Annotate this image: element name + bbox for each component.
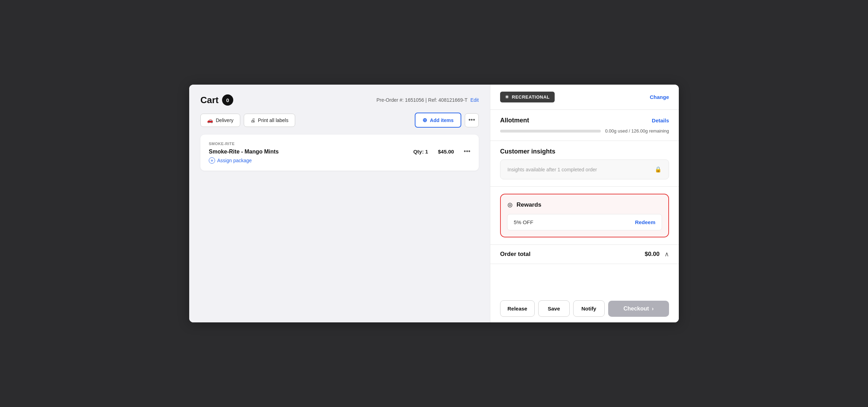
more-options-button[interactable]: •••: [465, 113, 479, 127]
rewards-title: Rewards: [517, 201, 541, 208]
rewards-section: ⊛ Rewards 5% OFF Redeem: [490, 187, 679, 245]
delivery-icon: 🚗: [207, 117, 213, 123]
insights-box: Insights available after 1 completed ord…: [500, 159, 669, 179]
right-header: ✳ RECREATIONAL Change: [490, 85, 679, 110]
ellipsis-icon: •••: [469, 116, 475, 124]
edit-link[interactable]: Edit: [470, 97, 479, 103]
rewards-card: ⊛ Rewards 5% OFF Redeem: [500, 194, 669, 237]
print-labels-label: Print all labels: [258, 117, 289, 123]
allotment-section: Allotment Details 0.00g used / 126.00g r…: [490, 110, 679, 141]
change-button[interactable]: Change: [650, 94, 669, 100]
recreational-label: RECREATIONAL: [512, 94, 550, 100]
item-main-row: Smoke-Rite - Mango Mints Qty: 1 $45.00 •…: [209, 148, 470, 155]
item-price: $45.00: [438, 149, 454, 155]
allotment-title: Allotment: [500, 117, 529, 124]
allotment-bar-container: 0.00g used / 126.00g remaining: [500, 128, 669, 134]
item-qty-price-group: Qty: 1 $45.00 •••: [413, 148, 470, 155]
toolbar: 🚗 Delivery 🖨 Print all labels ⊕ Add item…: [200, 113, 479, 128]
add-items-label: Add items: [430, 117, 454, 123]
notify-button[interactable]: Notify: [573, 300, 605, 317]
order-total-amount: $0.00: [645, 251, 660, 258]
chevron-right-icon: ›: [652, 306, 654, 312]
checkout-label: Checkout: [624, 306, 649, 312]
action-buttons: Release Save Notify Checkout ›: [490, 295, 679, 322]
item-more-button[interactable]: •••: [464, 148, 470, 155]
right-panel: ✳ RECREATIONAL Change Allotment Details …: [490, 85, 679, 322]
plus-circle-icon: ⊕: [422, 117, 427, 123]
plus-circle-assign-icon: +: [209, 157, 215, 164]
cart-header: Cart 0 Pre-Order #: 1651056 | Ref: 40812…: [200, 94, 479, 106]
item-brand: SMOKE-RITE: [209, 142, 470, 146]
print-icon: 🖨: [250, 117, 255, 123]
left-panel: Cart 0 Pre-Order #: 1651056 | Ref: 40812…: [189, 85, 490, 322]
recreational-badge: ✳ RECREATIONAL: [500, 92, 555, 102]
item-name: Smoke-Rite - Mango Mints: [209, 149, 279, 155]
add-items-button[interactable]: ⊕ Add items: [415, 113, 461, 128]
delivery-label: Delivery: [216, 117, 234, 123]
rewards-star-icon: ⊛: [507, 201, 513, 209]
item-qty: Qty: 1: [413, 149, 428, 155]
details-link[interactable]: Details: [652, 117, 669, 123]
cart-item-card: SMOKE-RITE Smoke-Rite - Mango Mints Qty:…: [200, 135, 479, 171]
order-total-row: Order total $0.00 ∧: [500, 250, 669, 258]
insights-title: Customer insights: [500, 148, 555, 155]
discount-label: 5% OFF: [514, 219, 533, 225]
lock-icon: 🔒: [655, 166, 662, 173]
collapse-icon[interactable]: ∧: [664, 250, 669, 258]
cart-title-group: Cart 0: [200, 94, 233, 106]
allotment-bar-track: [500, 130, 601, 133]
cart-title: Cart: [200, 95, 219, 106]
release-button[interactable]: Release: [500, 300, 535, 317]
order-ref-text: Pre-Order #: 1651056 | Ref: 408121669-T: [376, 97, 467, 103]
checkout-button[interactable]: Checkout ›: [608, 301, 669, 317]
order-total-right: $0.00 ∧: [645, 250, 669, 258]
insights-section: Customer insights Insights available aft…: [490, 141, 679, 187]
delivery-button[interactable]: 🚗 Delivery: [200, 114, 240, 127]
sun-icon: ✳: [505, 94, 509, 100]
order-total-section: Order total $0.00 ∧: [490, 245, 679, 264]
insights-text: Insights available after 1 completed ord…: [507, 167, 597, 172]
rewards-header: ⊛ Rewards: [507, 201, 662, 209]
redeem-button[interactable]: Redeem: [635, 219, 655, 225]
order-ref-bar: Pre-Order #: 1651056 | Ref: 408121669-T …: [376, 97, 479, 103]
allotment-header: Allotment Details: [500, 117, 669, 124]
allotment-text: 0.00g used / 126.00g remaining: [605, 128, 669, 134]
rewards-row: 5% OFF Redeem: [507, 214, 662, 230]
insights-header: Customer insights: [500, 148, 669, 155]
order-total-label: Order total: [500, 251, 531, 258]
save-button[interactable]: Save: [538, 300, 570, 317]
print-labels-button[interactable]: 🖨 Print all labels: [244, 114, 295, 127]
assign-package-label: Assign package: [217, 158, 252, 163]
app-window: Cart 0 Pre-Order #: 1651056 | Ref: 40812…: [189, 85, 679, 322]
assign-package-button[interactable]: + Assign package: [209, 157, 252, 164]
cart-count-badge: 0: [222, 94, 233, 106]
